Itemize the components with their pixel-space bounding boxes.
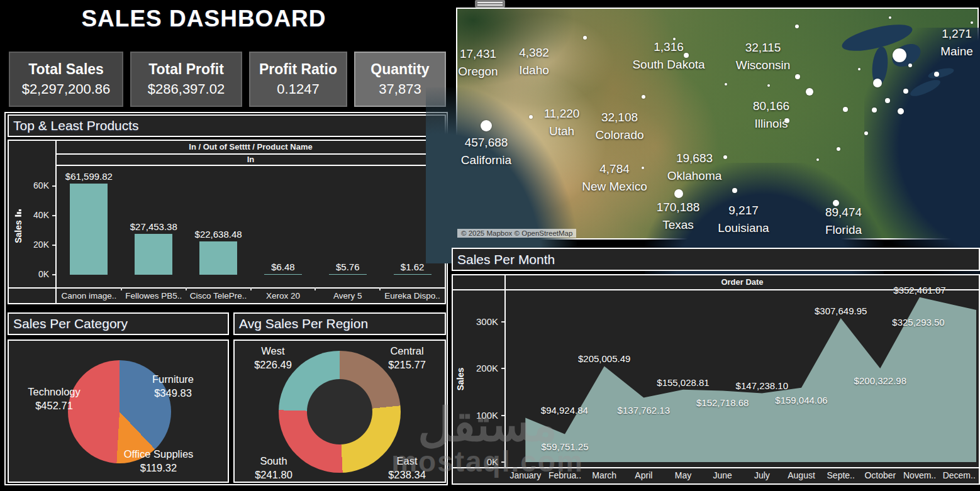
state-label-oregon[interactable]: 17,431Oregon: [458, 45, 498, 80]
state-name: New Mexico: [582, 178, 647, 196]
city-dot[interactable]: [885, 98, 890, 103]
state-label-oklahoma[interactable]: 19,683Oklahoma: [667, 150, 722, 185]
area-value-label: $59,751.25: [541, 441, 588, 451]
y-tick-label: 300K: [476, 316, 498, 327]
products-y-axis: Sales 0K20K40K60K: [9, 166, 55, 287]
city-dot[interactable]: [806, 88, 813, 96]
state-value: 11,220: [544, 105, 580, 123]
city-dot[interactable]: [732, 188, 737, 193]
state-value: 32,108: [595, 109, 643, 126]
month-label: July: [742, 468, 782, 483]
city-dot[interactable]: [723, 155, 727, 159]
city-dot[interactable]: [971, 21, 973, 24]
sales-per-category-chart[interactable]: Technology $452.71 Furniture $349.83 Off…: [8, 339, 229, 483]
sort-descending-icon[interactable]: [14, 209, 22, 217]
month-plot-area[interactable]: $94,924.84$59,751.25$205,005.49$137,762.…: [506, 290, 979, 467]
city-dot[interactable]: [816, 158, 819, 161]
state-label-utah[interactable]: 11,220Utah: [544, 105, 580, 140]
state-value: 170,188: [657, 199, 700, 216]
state-label-colorado[interactable]: 32,108Colorado: [595, 109, 643, 144]
bar-value-label: $27,453.38: [130, 221, 177, 232]
city-dot[interactable]: [795, 25, 799, 28]
state-label-wisconsin[interactable]: 32,115Wisconsin: [736, 39, 791, 74]
slice-name: Central: [388, 344, 426, 358]
state-value: 4,784: [582, 160, 647, 178]
y-tick-label: 100K: [476, 410, 498, 421]
month-label: May: [664, 468, 703, 483]
state-label-florida[interactable]: 89,474Florida: [825, 204, 862, 239]
avg-sales-per-region-chart[interactable]: West $226.49 Central $215.77 South $241.…: [233, 339, 446, 483]
state-name: Illinois: [753, 115, 789, 133]
slice-value: $349.83: [152, 386, 194, 400]
state-label-texas[interactable]: 170,188Texas: [657, 199, 700, 234]
city-dot[interactable]: [858, 68, 860, 70]
kpi-label: Total Sales: [28, 61, 104, 78]
city-dot[interactable]: [843, 107, 848, 112]
city-dot[interactable]: [795, 74, 800, 79]
state-value: 4,382: [519, 44, 549, 62]
state-name: Florida: [825, 221, 862, 239]
city-dot[interactable]: [864, 131, 868, 135]
bar-Avery 5[interactable]: [329, 274, 367, 275]
city-dot[interactable]: [725, 83, 727, 86]
category-label: Avery 5: [315, 289, 380, 304]
area-value-label: $152,718.68: [696, 397, 749, 408]
city-dot[interactable]: [674, 189, 683, 198]
city-dot[interactable]: [898, 108, 904, 114]
city-dot[interactable]: [908, 63, 912, 67]
city-dot[interactable]: [583, 36, 587, 40]
bar-Xerox 20[interactable]: [264, 274, 302, 275]
bar-Eureka Dispo..[interactable]: [394, 274, 432, 275]
city-dot[interactable]: [934, 72, 939, 77]
sales-per-month-chart[interactable]: Order Date Sales 0K100K200K300K $94,924.…: [452, 274, 980, 485]
axis-tick: [250, 287, 252, 290]
bar-Canon image..[interactable]: [70, 184, 108, 275]
city-dot[interactable]: [903, 89, 908, 94]
top-least-products-chart[interactable]: In / Out of Setttt / Product Name In Sal…: [8, 140, 446, 304]
state-label-illinois[interactable]: 80,166Illinois: [753, 97, 789, 133]
city-dot[interactable]: [872, 108, 877, 113]
state-label-idaho[interactable]: 4,382Idaho: [519, 44, 549, 79]
slice-value: $226.49: [254, 358, 292, 372]
city-dot[interactable]: [529, 115, 533, 119]
city-dot[interactable]: [837, 147, 840, 151]
area-value-label: $200,322.98: [854, 375, 906, 385]
bar-Cisco TelePre..[interactable]: [199, 241, 237, 275]
state-label-south-dakota[interactable]: 1,316South Dakota: [632, 38, 704, 74]
state-value: 80,166: [753, 97, 789, 115]
city-dot[interactable]: [893, 48, 906, 62]
map-attribution[interactable]: © 2025 Mapbox © OpenStreetMap: [457, 229, 576, 238]
bar-value-label: $61,599.82: [65, 171, 113, 182]
city-dot[interactable]: [767, 84, 770, 87]
sales-map[interactable]: 17,431Oregon4,382Idaho1,316South Dakota3…: [456, 8, 979, 240]
area-value-label: $352,461.07: [893, 284, 945, 295]
bar-value-label: $22,638.48: [195, 228, 242, 239]
state-label-maine[interactable]: 1,271Maine: [940, 25, 973, 60]
city-dot[interactable]: [642, 95, 645, 99]
city-dot[interactable]: [873, 79, 882, 87]
top-least-products-title: Top & Least Products: [8, 114, 446, 137]
area-value-label: $325,293.50: [892, 316, 944, 327]
month-labels: JanuaryFebrua..MarchAprilMayJuneJulyAugu…: [506, 468, 979, 483]
products-y-axis-title: Sales: [13, 209, 23, 243]
state-label-new-mexico[interactable]: 4,784New Mexico: [582, 160, 647, 196]
state-label-louisiana[interactable]: 9,217Louisiana: [718, 202, 769, 237]
map-controls-tab[interactable]: [475, 0, 505, 8]
area-value-label: $155,028.81: [657, 377, 709, 387]
city-dot[interactable]: [889, 16, 891, 19]
bar-value-label: $5.76: [336, 262, 360, 272]
month-label: October: [860, 468, 900, 483]
products-plot-area[interactable]: $61,599.82$27,453.38$22,638.48$6.48$5.76…: [57, 166, 445, 287]
y-tick-mark: [501, 368, 504, 369]
slice-name: Technology: [28, 385, 80, 399]
bar-Fellowes PB5..[interactable]: [135, 234, 172, 275]
area-value-label: $137,762.13: [618, 404, 670, 415]
bar-value-label: $1.62: [401, 262, 425, 272]
category-label: Cisco TelePre..: [186, 289, 251, 304]
slice-name: West: [254, 344, 292, 358]
donut-label-east: East $238.34: [388, 454, 426, 482]
state-label-california[interactable]: 457,688California: [461, 134, 511, 169]
y-tick-label: 0K: [38, 269, 49, 279]
month-label: Februa..: [545, 468, 585, 483]
city-dot[interactable]: [481, 120, 492, 131]
